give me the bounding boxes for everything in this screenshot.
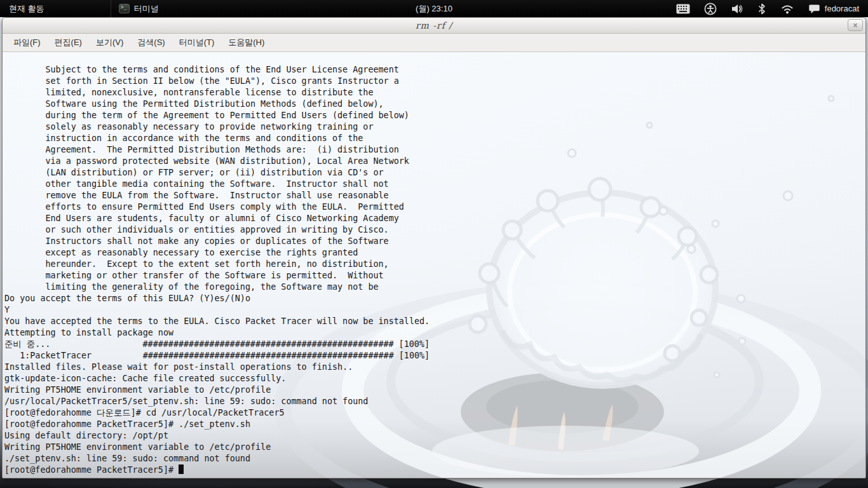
terminal-line: Instructors shall not make any copies or… (4, 236, 864, 247)
status-area: fedoracat (676, 3, 868, 15)
terminal-line: set forth in Section II below (the "EULA… (4, 76, 864, 87)
app-menu-label: 터미널 (134, 3, 159, 15)
terminal-line: solely as reasonably necessary to provid… (4, 121, 864, 133)
terminal-line: Agreement. The Permitted Distribution Me… (4, 144, 864, 156)
terminal-output: Subject to the terms and conditions of t… (3, 52, 865, 476)
menubar: 파일(F) 편집(E) 보기(V) 검색(S) 터미널(T) 도움말(H) (3, 34, 865, 52)
terminal-line: efforts to ensure Permitted End Users co… (4, 201, 864, 213)
terminal-line: Do you accept the terms of this EULA? (Y… (4, 293, 864, 304)
terminal-line: hereunder. Except to the extent set fort… (4, 259, 864, 270)
terminal-line: via a password protected website (WAN di… (4, 156, 864, 167)
terminal-line: marketing or other transfer of the Softw… (4, 270, 864, 281)
bluetooth-icon[interactable] (757, 3, 766, 15)
terminal-line: Y (4, 304, 864, 316)
close-button[interactable]: × (848, 19, 863, 31)
terminal-line: [root@fedorahomme 다운로드]# cd /usr/local/P… (4, 407, 864, 419)
desktop: rm -rf / × 파일(F) 편집(E) 보기(V) 검색(S) 터미널(T… (0, 0, 868, 488)
terminal-line: or such other individuals or entities ap… (4, 224, 864, 236)
terminal-line: Writing PT5HOME environment variable to … (4, 442, 864, 453)
terminal-line: other tangible media containing the Soft… (4, 179, 864, 190)
terminal-line: Installed files. Please wait for post-in… (4, 362, 864, 373)
terminal-line: gtk-update-icon-cache: Cache file create… (4, 373, 864, 384)
terminal-line: Using default directory: /opt/pt (4, 430, 864, 442)
terminal-line: 1:PacketTracer #########################… (4, 350, 864, 362)
terminal-line: ./set_ptenv.sh: line 59: sudo: command n… (4, 453, 864, 464)
activities-button[interactable]: 현재 활동 (0, 0, 53, 17)
terminal-line: End Users are students, faculty or alumn… (4, 213, 864, 224)
terminal-viewport[interactable]: Subject to the terms and conditions of t… (3, 52, 865, 478)
menu-edit[interactable]: 편집(E) (48, 34, 89, 51)
terminal-line: /usr/local/PacketTracer5/set_ptenv.sh: l… (4, 396, 864, 407)
terminal-line: remove the EULA from the Software. Instr… (4, 190, 864, 201)
menu-view[interactable]: 보기(V) (89, 34, 130, 51)
app-menu-button[interactable]: >_ 터미널 (111, 0, 166, 17)
terminal-line: [root@fedorahomme PacketTracer5]# ./set_… (4, 419, 864, 430)
terminal-window: rm -rf / × 파일(F) 편집(E) 보기(V) 검색(S) 터미널(T… (2, 17, 866, 478)
user-menu[interactable]: fedoracat (808, 3, 859, 15)
terminal-line: except as reasonably necessary to exerci… (4, 247, 864, 259)
keyboard-layout-icon[interactable] (676, 4, 690, 14)
window-title: rm -rf / (416, 20, 452, 30)
wifi-icon[interactable] (780, 3, 794, 15)
terminal-line: instruction in accordance with the terms… (4, 133, 864, 144)
activities-label: 현재 활동 (9, 3, 44, 15)
terminal-line: limited, nonexclusive, nontransferable l… (4, 87, 864, 98)
terminal-app-icon: >_ (119, 4, 130, 13)
menu-file[interactable]: 파일(F) (6, 34, 48, 51)
accessibility-icon[interactable] (704, 3, 717, 15)
menu-search[interactable]: 검색(S) (130, 34, 172, 51)
terminal-line: You have accepted the terms to the EULA.… (4, 316, 864, 327)
terminal-line: during the term of the Agreement to Perm… (4, 110, 864, 121)
volume-icon[interactable] (731, 3, 743, 15)
gnome-top-bar: 현재 활동 >_ 터미널 (월) 23:10 (0, 0, 868, 17)
terminal-line: Subject to the terms and conditions of t… (4, 64, 864, 76)
clock-button[interactable]: (월) 23:10 (416, 4, 452, 13)
terminal-line: 준비 중... ################################… (4, 339, 864, 350)
terminal-line: Software using the Permitted Distributio… (4, 98, 864, 110)
chat-bubble-icon (808, 3, 820, 15)
terminal-line: Attempting to install package now (4, 327, 864, 339)
menu-help[interactable]: 도움말(H) (221, 34, 271, 51)
terminal-cursor (179, 464, 184, 474)
menu-terminal[interactable]: 터미널(T) (172, 34, 222, 51)
terminal-line: (LAN distribution) or FTP server; or (ii… (4, 167, 864, 179)
terminal-line: limiting the generality of the foregoing… (4, 281, 864, 293)
username-label: fedoracat (825, 4, 859, 13)
terminal-line: Writing PT5HOME environment variable to … (4, 384, 864, 396)
window-titlebar[interactable]: rm -rf / × (3, 18, 865, 34)
close-icon: × (853, 21, 857, 30)
terminal-line: [root@fedorahomme PacketTracer5]# (4, 464, 864, 476)
